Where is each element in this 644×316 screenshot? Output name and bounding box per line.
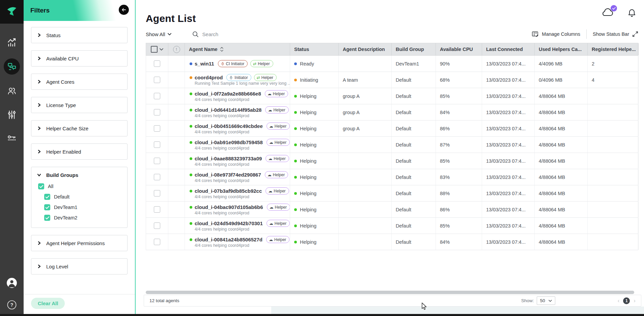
- filter-section-header[interactable]: Build Groups: [31, 167, 127, 183]
- table-row[interactable]: cloud_i-024d549d942b70301 ☁Helper 4/4 co…: [146, 218, 638, 234]
- build-group-option[interactable]: All: [31, 183, 127, 189]
- checkbox[interactable]: [44, 204, 50, 210]
- brand-logo[interactable]: [0, 0, 24, 24]
- clear-all-button[interactable]: Clear All: [31, 298, 65, 309]
- show-status-bar-button[interactable]: Show Status Bar: [593, 31, 638, 37]
- page-size-label: Show:: [521, 298, 534, 303]
- row-checkbox[interactable]: [154, 158, 160, 164]
- row-checkbox[interactable]: [154, 239, 160, 245]
- filter-section: Agent Cores: [31, 74, 128, 90]
- alert-cell: [168, 137, 185, 153]
- table-row[interactable]: cloud_i-0d6441d144f95ab28 ☁Helper 4/4 co…: [146, 104, 638, 121]
- show-all-dropdown[interactable]: Show All: [146, 31, 171, 37]
- table-row[interactable]: cloud_i-0f72a9a2e88b666e8 ☁Helper 4/4 co…: [146, 88, 638, 104]
- table-row[interactable]: coord4prod Initiator⇄Helper Running Test…: [146, 72, 638, 88]
- filter-options: All Default DevTeam1 DevTeam2: [31, 183, 127, 228]
- expand-all-chevron-icon[interactable]: [160, 48, 163, 51]
- filter-section-header[interactable]: Agent Helper Permissions: [31, 235, 127, 251]
- checkbox[interactable]: [38, 183, 44, 189]
- checkbox[interactable]: [44, 194, 50, 200]
- status-label: Helping: [300, 94, 316, 99]
- sort-icon[interactable]: [220, 47, 223, 52]
- sidebar-item-users[interactable]: [0, 86, 24, 96]
- filter-section: Available CPU: [31, 50, 128, 67]
- table-row[interactable]: cloud_i-04bac907d105ab6b6 ☁Helper 4/4 co…: [146, 202, 638, 218]
- table-row[interactable]: cloud_i-08e973f74ed290867 ☁Helper 4/4 co…: [146, 169, 638, 185]
- table-row[interactable]: cloud_i-07b3af9db85cb92cc ☁Helper 4/4 co…: [146, 185, 638, 202]
- chevron-down-icon: [168, 33, 171, 35]
- status-label: Helping: [300, 207, 316, 212]
- row-checkbox[interactable]: [154, 141, 160, 148]
- filter-section-header[interactable]: Helper Cache Size: [31, 121, 127, 136]
- row-checkbox[interactable]: [154, 77, 160, 83]
- row-checkbox[interactable]: [154, 60, 160, 67]
- column-header-name[interactable]: Agent Name: [185, 43, 290, 55]
- sidebar-item-agents[interactable]: [0, 58, 24, 75]
- search-input[interactable]: [202, 31, 271, 37]
- build-group-option[interactable]: Default: [31, 194, 127, 200]
- row-checkbox[interactable]: [154, 93, 160, 99]
- sidebar-item-account[interactable]: [0, 278, 24, 288]
- sidebar-item-dashboard[interactable]: [0, 37, 24, 48]
- column-header-used_helpers: Used Helpers Ca...: [535, 43, 588, 55]
- filter-section-header[interactable]: Available CPU: [31, 51, 127, 66]
- badge-helper-cloud: ☁Helper: [265, 106, 288, 113]
- filter-section-label: Helper Enabled: [46, 149, 81, 155]
- build-group-option[interactable]: DevTeam2: [31, 215, 127, 221]
- table-toolbar: Show All Manage Columns: [146, 30, 638, 38]
- sidebar-item-help[interactable]: ?: [0, 300, 24, 310]
- chevron-icon: [37, 103, 41, 107]
- cloud-icon: ☁: [269, 238, 273, 242]
- status-label: Helping: [300, 223, 316, 229]
- next-page-button[interactable]: ›: [634, 298, 636, 304]
- filter-section-header[interactable]: Helper Enabled: [31, 144, 127, 159]
- filter-section-label: Helper Cache Size: [46, 126, 88, 131]
- status-dot: [294, 225, 297, 227]
- filter-section-header[interactable]: Log Level: [31, 259, 127, 274]
- description-cell: [339, 185, 392, 201]
- table-row[interactable]: cloud_i-0ab91e098db759458 ☁Helper 4/4 co…: [146, 137, 638, 153]
- filter-section-header[interactable]: License Type: [31, 97, 127, 113]
- filter-section-header[interactable]: Agent Cores: [31, 74, 127, 89]
- used-helpers-cell: 0/4096 MB: [535, 72, 588, 88]
- cloud-icon: ☁: [268, 157, 272, 161]
- notifications-bell-icon[interactable]: [628, 8, 636, 18]
- row-checkbox[interactable]: [154, 190, 160, 196]
- row-checkbox[interactable]: [154, 109, 160, 115]
- prev-page-button[interactable]: ‹: [618, 298, 620, 304]
- cloud-icon: ☁: [268, 92, 272, 96]
- description-cell: A team: [339, 72, 392, 88]
- agent-badges: ☁Helper: [266, 236, 289, 243]
- row-checkbox[interactable]: [154, 125, 160, 132]
- column-header-registered_helpers: Registered Helpe...: [588, 43, 639, 55]
- registered-helpers-cell: [588, 234, 639, 250]
- used-helpers-cell: 4/88064 MB: [535, 88, 588, 104]
- select-cell: [146, 56, 168, 72]
- row-checkbox[interactable]: [154, 222, 160, 229]
- used-helpers-cell: 4/88064 MB: [535, 218, 588, 234]
- collapse-filters-button[interactable]: [119, 5, 129, 15]
- agent-name-cell: s_win11 CI Initiator⇄Helper: [185, 56, 290, 72]
- sidebar-item-settings[interactable]: [0, 109, 24, 120]
- table-row[interactable]: cloud_i-0aae8883239733a09 ☁Helper 4/4 co…: [146, 153, 638, 169]
- table-row[interactable]: s_win11 CI Initiator⇄Helper Ready DevTea…: [146, 56, 638, 72]
- manage-columns-button[interactable]: Manage Columns: [532, 31, 580, 37]
- status-cell: Helping: [290, 185, 339, 201]
- row-checkbox[interactable]: [154, 206, 160, 213]
- horizontal-scrollbar[interactable]: [146, 291, 634, 294]
- agent-name-cell: cloud_i-00841a24b8506527d ☁Helper 4/4 co…: [185, 234, 290, 250]
- row-checkbox[interactable]: [154, 174, 160, 180]
- sidebar-item-license[interactable]: [0, 133, 24, 143]
- cloud-status-button[interactable]: [601, 7, 615, 19]
- status-dot: [294, 143, 297, 146]
- checkbox[interactable]: [44, 215, 50, 221]
- build-group-option[interactable]: DevTeam1: [31, 204, 127, 210]
- agent-status-dot: [190, 76, 192, 79]
- alert-cell: [168, 218, 185, 234]
- page-size-select[interactable]: 50: [537, 296, 555, 305]
- select-all-checkbox[interactable]: [151, 46, 158, 53]
- filter-section-header[interactable]: Status: [31, 27, 127, 43]
- cloud-icon: ☁: [268, 189, 272, 193]
- table-row[interactable]: cloud_i-00841a24b8506527d ☁Helper 4/4 co…: [146, 234, 638, 250]
- table-row[interactable]: cloud_i-0b0451669c49cbdee ☁Helper 4/4 co…: [146, 121, 638, 137]
